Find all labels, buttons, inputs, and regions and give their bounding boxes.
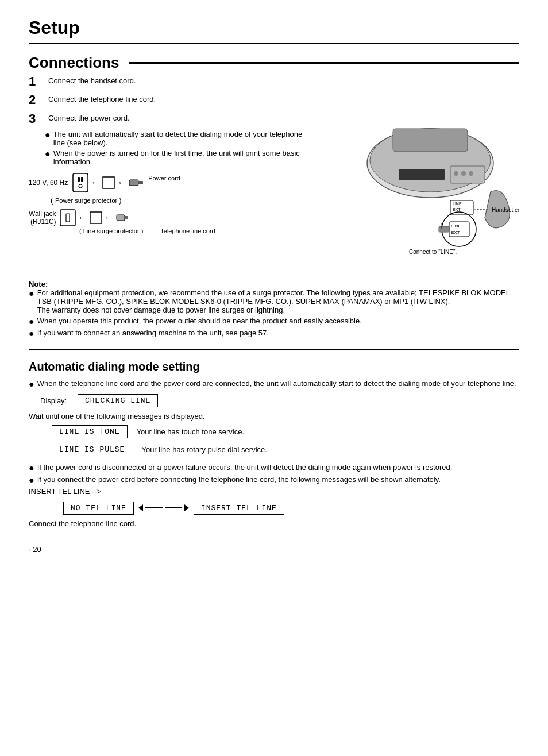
power-surge-label: ( Power surge protector ): [51, 196, 315, 205]
double-arrow: [138, 504, 189, 511]
step-3-text-area: 3 Connect the power cord. ● The unit wil…: [29, 111, 315, 274]
arrow-left-3: ←: [78, 213, 87, 223]
svg-point-17: [454, 171, 458, 176]
note-bullet-3: ● If you want to connect an answering ma…: [29, 329, 519, 339]
note-bullet-2-text: When you operate this product, the power…: [37, 317, 362, 325]
outlet-icon: [72, 173, 88, 192]
svg-rect-11: [125, 216, 128, 219]
svg-rect-6: [138, 181, 143, 184]
auto-dial-intro-text: When the telephone line cord and the pow…: [37, 379, 516, 388]
insert-tel-line-display: INSERT TEL LINE: [194, 502, 284, 515]
handset-cord-svg-label: Handset cord: [492, 207, 519, 213]
bullet-dot-2: ●: [45, 149, 51, 159]
svg-point-18: [461, 171, 466, 176]
connect-tel-line-text: Connect the telephone line cord.: [29, 519, 519, 528]
line-surge-tel-labels: ( Line surge protector ) Telephone line …: [79, 227, 315, 234]
power-cord-label: Power cord: [148, 175, 180, 182]
svg-rect-1: [78, 177, 80, 182]
note-bullet-3-text: If you want to connect an answering mach…: [37, 329, 269, 337]
note-bullet-1: ● For additional equipment protection, w…: [29, 288, 519, 314]
diagram-block: 120 V, 60 Hz ← ←: [29, 173, 315, 234]
step-2-number: 2: [29, 92, 45, 107]
line-is-pulse-display: LINE IS PULSE: [52, 443, 132, 456]
step-1-number: 1: [29, 74, 45, 89]
line-surge-label: Line surge protector: [83, 227, 140, 234]
surge-box-icon: [102, 176, 115, 189]
arrow-line-right: [165, 507, 182, 508]
svg-text:EXT: EXT: [451, 230, 460, 235]
arrow-right-head: [184, 504, 189, 511]
step-3-bullet-1: ● The unit will automatically start to d…: [45, 130, 315, 147]
svg-text:LINE: LINE: [453, 202, 462, 206]
fax-machine-diagram: Handset cord LINE EXT LINE EXT Connect t…: [324, 111, 519, 274]
page-num-dot: ·: [29, 545, 31, 554]
step-2-row: 2 Connect the telephone line cord.: [29, 92, 519, 107]
wall-jack-label: Wall jack (RJ11C): [29, 210, 56, 226]
step-3-block: 3 Connect the power cord. ● The unit wil…: [29, 111, 519, 274]
no-tel-line-display: NO TEL LINE: [63, 502, 134, 515]
svg-text:EXT: EXT: [453, 207, 461, 211]
display-label: Display:: [40, 396, 72, 405]
line-surge-icon: [90, 211, 102, 224]
checking-line-display: CHECKING LINE: [78, 394, 158, 407]
display-row: Display: CHECKING LINE: [40, 394, 519, 407]
line-is-tone-display: LINE IS TONE: [52, 425, 128, 438]
arrow-left-4: ←: [105, 213, 114, 223]
notel-inserttel-row: NO TEL LINE INSERT TEL LINE: [63, 502, 519, 515]
step-3-text: Connect the power cord.: [48, 111, 130, 122]
svg-rect-5: [129, 180, 138, 186]
step-3-bullet-1-text: The unit will automatically start to det…: [53, 130, 315, 147]
voltage-label: 120 V, 60 Hz: [29, 179, 68, 187]
line-is-tone-desc: Your line has touch tone service.: [137, 427, 244, 436]
svg-point-19: [469, 171, 473, 176]
svg-text:LINE: LINE: [451, 223, 461, 229]
svg-text:Connect to "LINE".: Connect to "LINE".: [409, 249, 457, 255]
step-3-bullet-2-text: When the power is turned on for the firs…: [53, 149, 315, 166]
auto-dial-bullet-2: ● If you connect the power cord before c…: [29, 475, 519, 485]
note-bullet-1-text: For additional equipment protection, we …: [37, 288, 519, 314]
wall-jack-icon: [60, 209, 76, 226]
page-number: · 20: [29, 545, 519, 554]
line-is-pulse-row: LINE IS PULSE Your line has rotary pulse…: [52, 443, 519, 456]
bullet-dot-1: ●: [45, 130, 51, 140]
svg-rect-9: [90, 212, 102, 223]
tel-line-cord-label: Telephone line cord: [160, 227, 215, 234]
svg-rect-2: [81, 177, 83, 182]
auto-dial-section: Automatic dialing mode setting ● When th…: [29, 360, 519, 528]
svg-rect-0: [73, 173, 88, 192]
line-is-pulse-desc: Your line has rotary pulse dial service.: [141, 445, 267, 454]
svg-rect-10: [117, 215, 125, 221]
connections-section: Connections 1 Connect the handset cord. …: [29, 54, 519, 339]
note-section: Note: ● For additional equipment protect…: [29, 280, 519, 339]
svg-rect-15: [399, 169, 445, 180]
arrow-line-left: [145, 507, 163, 508]
svg-rect-27: [439, 226, 449, 232]
section-divider: [29, 349, 519, 350]
step-2-text: Connect the telephone line cord.: [48, 92, 156, 103]
svg-rect-4: [103, 177, 114, 188]
wait-text: Wait until one of the following messages…: [29, 412, 519, 421]
step-3-bullet-2: ● When the power is turned on for the fi…: [45, 149, 315, 166]
svg-rect-7: [60, 210, 75, 226]
step-3-row: 3 Connect the power cord.: [29, 111, 315, 126]
power-plug-icon: [129, 178, 144, 188]
note-label: Note:: [29, 280, 519, 288]
fax-machine-svg: Handset cord LINE EXT LINE EXT Connect t…: [324, 111, 519, 272]
step-1-text: Connect the handset cord.: [48, 74, 136, 85]
step-1-row: 1 Connect the handset cord.: [29, 74, 519, 89]
line-connector-icon: [116, 214, 129, 222]
auto-dial-bullet-1: ● If the power cord is disconnected or a…: [29, 463, 519, 473]
line-is-tone-row: LINE IS TONE Your line has touch tone se…: [52, 425, 519, 438]
svg-rect-14: [393, 129, 468, 152]
auto-dial-heading: Automatic dialing mode setting: [29, 360, 519, 373]
arrow-left-head: [138, 504, 143, 511]
auto-dial-intro-bullet: ● When the telephone line cord and the p…: [29, 379, 519, 389]
page-title: Setup: [29, 17, 519, 38]
auto-dial-bullet-2-text: If you connect the power cord before con…: [37, 475, 441, 484]
auto-dial-bullet-1-text: If the power cord is disconnected or a p…: [37, 463, 453, 472]
step-3-number: 3: [29, 111, 45, 126]
note-bullet-2: ● When you operate this product, the pow…: [29, 317, 519, 327]
arrow-left-1: ←: [91, 178, 100, 188]
title-divider: [29, 43, 519, 44]
connections-heading: Connections: [29, 54, 519, 72]
